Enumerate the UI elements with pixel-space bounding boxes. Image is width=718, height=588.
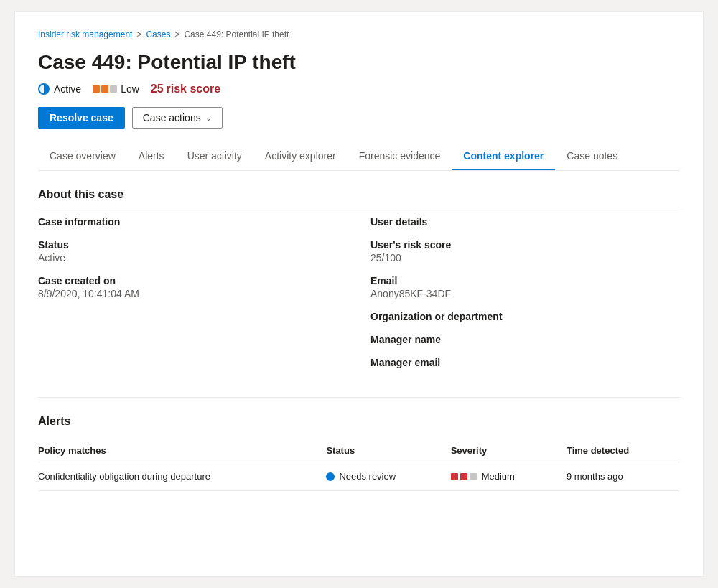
table-row: Confidentiality obligation during depart… [38, 462, 680, 491]
tab-case-overview[interactable]: Case overview [38, 143, 127, 170]
active-status-label: Active [54, 83, 81, 95]
user-details-heading: User details [370, 216, 680, 228]
needs-review-icon [326, 472, 335, 481]
severity-label: Medium [482, 471, 515, 482]
case-info-heading: Case information [38, 216, 348, 228]
about-section-title: About this case [38, 188, 680, 207]
manager-name-group: Manager name [370, 334, 680, 345]
status-row: Active Low 25 risk score [38, 83, 680, 95]
page-container: Insider risk management > Cases > Case 4… [14, 11, 704, 577]
alerts-header-row: Policy matches Status Severity Time dete… [38, 439, 680, 462]
org-group: Organization or department [370, 311, 680, 322]
tab-user-activity[interactable]: User activity [176, 143, 253, 170]
user-risk-score-value: 25/100 [370, 252, 680, 263]
col-time-detected: Time detected [567, 439, 680, 462]
org-label: Organization or department [370, 311, 680, 322]
tabs-nav: Case overview Alerts User activity Activ… [38, 143, 680, 171]
alerts-table-header: Policy matches Status Severity Time dete… [38, 439, 680, 462]
breadcrumb-link-irm[interactable]: Insider risk management [38, 29, 132, 39]
alert-policy-name: Confidentiality obligation during depart… [38, 462, 326, 491]
col-policy-matches: Policy matches [38, 439, 326, 462]
risk-score-value: 25 [151, 83, 164, 95]
breadcrumb-link-cases[interactable]: Cases [146, 29, 170, 39]
breadcrumb: Insider risk management > Cases > Case 4… [38, 29, 680, 39]
actions-row: Resolve case Case actions ⌄ [38, 107, 680, 129]
col-severity: Severity [451, 439, 567, 462]
status-group: Status Active [38, 239, 348, 263]
alerts-table-body: Confidentiality obligation during depart… [38, 462, 680, 491]
section-divider [38, 397, 680, 398]
created-on-value: 8/9/2020, 10:41:04 AM [38, 288, 348, 299]
tab-forensic-evidence[interactable]: Forensic evidence [348, 143, 452, 170]
alert-time-detected: 9 months ago [567, 462, 680, 491]
case-information-col: Case information Status Active Case crea… [38, 216, 348, 380]
severity-badge: Medium [451, 471, 558, 482]
risk-score: 25 risk score [151, 83, 220, 95]
user-details-col: User details User's risk score 25/100 Em… [370, 216, 680, 380]
created-on-group: Case created on 8/9/2020, 10:41:04 AM [38, 275, 348, 299]
active-status-icon [38, 83, 50, 95]
needs-review-badge: Needs review [326, 471, 442, 482]
manager-email-label: Manager email [370, 357, 680, 368]
breadcrumb-current: Case 449: Potential IP theft [184, 29, 289, 39]
breadcrumb-sep-1: > [136, 29, 141, 39]
status-field-label: Status [38, 239, 348, 251]
status-field-value: Active [38, 252, 348, 263]
alerts-section: Alerts Policy matches Status Severity Ti… [38, 415, 680, 491]
col-status: Status [326, 439, 450, 462]
resolve-case-button[interactable]: Resolve case [38, 107, 125, 129]
email-group: Email Anony85KF-34DF [370, 275, 680, 299]
risk-block-3 [110, 85, 117, 93]
sev-block-2 [460, 473, 467, 480]
manager-email-group: Manager email [370, 357, 680, 368]
tab-case-notes[interactable]: Case notes [555, 143, 629, 170]
user-risk-score-group: User's risk score 25/100 [370, 239, 680, 263]
risk-block-1 [93, 85, 100, 93]
risk-level-label: Low [121, 83, 139, 95]
user-details-heading-group: User details [370, 216, 680, 228]
active-status-badge: Active [38, 83, 81, 95]
page-title: Case 449: Potential IP theft [38, 51, 680, 74]
alerts-section-title: Alerts [38, 415, 680, 428]
manager-name-label: Manager name [370, 334, 680, 345]
case-info-heading-group: Case information [38, 216, 348, 228]
email-label: Email [370, 275, 680, 286]
alert-severity: Medium [451, 462, 567, 491]
user-risk-score-label: User's risk score [370, 239, 680, 251]
risk-level-badge: Low [93, 83, 139, 95]
email-value: Anony85KF-34DF [370, 288, 680, 299]
risk-blocks [93, 85, 117, 93]
breadcrumb-sep-2: > [174, 29, 180, 39]
risk-block-2 [101, 85, 108, 93]
case-info-two-col: Case information Status Active Case crea… [38, 216, 680, 380]
sev-block-1 [451, 473, 458, 480]
case-actions-button[interactable]: Case actions ⌄ [132, 107, 223, 129]
needs-review-label: Needs review [339, 471, 396, 482]
tab-content-explorer[interactable]: Content explorer [452, 143, 555, 170]
tab-alerts[interactable]: Alerts [127, 143, 176, 170]
tab-activity-explorer[interactable]: Activity explorer [253, 143, 348, 170]
alerts-table: Policy matches Status Severity Time dete… [38, 439, 680, 491]
chevron-down-icon: ⌄ [205, 113, 212, 123]
created-on-label: Case created on [38, 275, 348, 286]
alert-status: Needs review [326, 462, 450, 491]
sev-block-3 [470, 473, 477, 480]
